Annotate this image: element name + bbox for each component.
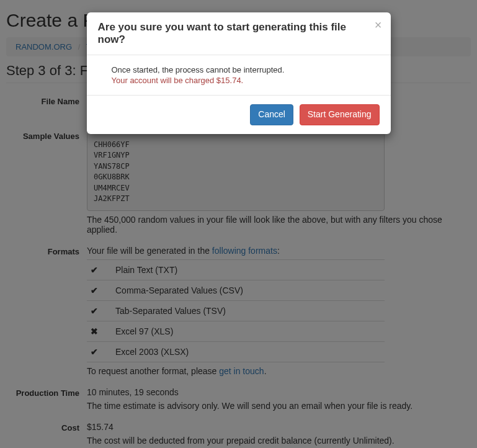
- modal-line1: Once started, the process cannot be inte…: [112, 65, 380, 74]
- modal-close-button[interactable]: ×: [375, 19, 382, 31]
- modal-charge-warning: Your account will be charged $15.74.: [112, 76, 380, 85]
- modal-title: Are you sure you want to start generatin…: [98, 21, 380, 46]
- modal-confirm-button[interactable]: Start Generating: [300, 104, 380, 125]
- modal-cancel-button[interactable]: Cancel: [250, 104, 293, 125]
- confirm-modal: Are you sure you want to start generatin…: [87, 12, 391, 134]
- modal-header: Are you sure you want to start generatin…: [87, 12, 391, 55]
- modal-footer: Cancel Start Generating: [87, 95, 391, 134]
- modal-body: Once started, the process cannot be inte…: [87, 55, 391, 95]
